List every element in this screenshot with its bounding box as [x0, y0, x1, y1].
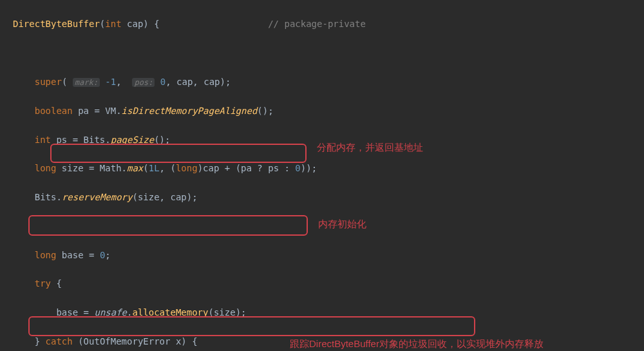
- param-hint: pos:: [132, 78, 155, 87]
- code-line: DirectByteBuffer(int cap) { // package-p…: [13, 17, 644, 31]
- comment: // package-private: [268, 19, 366, 29]
- code-line: try {: [13, 276, 644, 290]
- code-line: base = unsafe.allocateMemory(size);: [13, 305, 644, 319]
- code-line: } catch (OutOfMemoryError x) {: [13, 334, 644, 348]
- code-line: int ps = Bits.pageSize();: [13, 133, 644, 147]
- code-block: DirectByteBuffer(int cap) { // package-p…: [0, 0, 644, 351]
- code-line: super( mark: -1, pos: 0, cap, cap);: [13, 75, 644, 89]
- param-hint: mark:: [73, 78, 100, 87]
- ctor-name: DirectByteBuffer: [13, 19, 100, 29]
- code-line: long base = 0;: [13, 248, 644, 262]
- code-line: boolean pa = VM.isDirectMemoryPageAligne…: [13, 104, 644, 118]
- code-line: long size = Math.max(1L, (long)cap + (pa…: [13, 161, 644, 175]
- code-line: Bits.reserveMemory(size, cap);: [13, 190, 644, 204]
